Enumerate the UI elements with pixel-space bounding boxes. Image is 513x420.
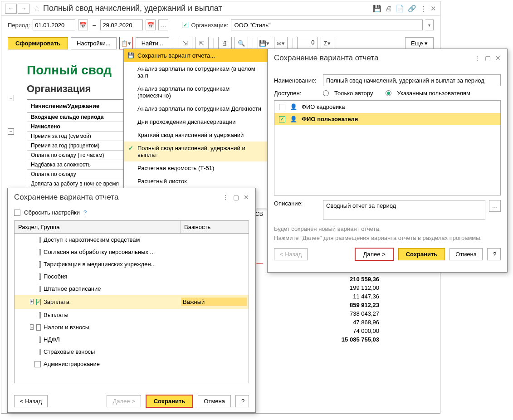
menu-save-variant[interactable]: Сохранить вариант отчета... — [124, 49, 267, 62]
user-checkbox[interactable] — [279, 104, 285, 110]
grid-row[interactable]: Выплаты — [15, 309, 249, 321]
desc-ellipsis-button[interactable]: … — [489, 200, 501, 212]
period-ellipsis-button[interactable]: … — [158, 20, 168, 30]
tree-toggle[interactable]: − — [8, 95, 14, 101]
kebab-icon[interactable]: ⋮ — [222, 194, 229, 201]
value-cell: 199 112,00 — [259, 283, 381, 292]
maximize-icon[interactable]: ▢ — [485, 54, 491, 62]
row-label: Выплаты — [44, 312, 181, 318]
close-icon[interactable]: ✕ — [430, 5, 436, 13]
calendar-from-icon[interactable]: 📅 — [78, 20, 88, 30]
help-button[interactable]: ? — [235, 395, 249, 407]
collapse-icon[interactable]: ⇱ — [195, 37, 209, 49]
zero-field[interactable]: 0 — [297, 37, 318, 49]
save-button[interactable]: Сохранить — [146, 395, 194, 408]
settings-button[interactable]: Настройки... — [71, 37, 117, 49]
org-dropdown-icon[interactable]: ▾ — [425, 20, 434, 30]
close-icon[interactable]: ✕ — [495, 54, 501, 62]
grid-row[interactable]: НДФЛ — [15, 333, 249, 346]
row-checkbox[interactable] — [34, 361, 41, 367]
menu-item[interactable]: Анализ зарплаты по сотрудникам (в целом … — [124, 62, 267, 82]
row-checkbox[interactable]: ✓ — [36, 299, 41, 305]
save-report-icon[interactable]: 💾▾ — [258, 37, 271, 49]
sigma-icon[interactable]: Σ▾ — [321, 37, 334, 49]
grid-row[interactable]: Администрирование — [15, 358, 249, 370]
menu-item[interactable]: Анализ зарплаты по сотрудникам Должности — [124, 102, 267, 115]
print-icon[interactable]: 🖨 — [385, 5, 392, 13]
tree-toggle[interactable]: − — [8, 128, 14, 135]
calendar-to-icon[interactable]: 📅 — [146, 20, 156, 30]
menu-item[interactable]: Анализ зарплаты по сотрудникам (помесячн… — [124, 82, 267, 102]
mail-icon[interactable]: ✉▾ — [274, 37, 288, 49]
user-row[interactable]: 👤ФИО кадровика — [274, 101, 500, 113]
close-icon[interactable]: ✕ — [244, 194, 249, 201]
menu-item[interactable]: Расчетный листок — [124, 175, 267, 188]
grid-row[interactable]: Доступ к наркотическим средствам — [15, 234, 249, 246]
maximize-icon[interactable]: ▢ — [233, 194, 239, 201]
link-icon[interactable]: 🔗 — [408, 5, 416, 13]
org-input[interactable]: ООО "Стиль" — [231, 20, 423, 30]
user-list[interactable]: 👤ФИО кадровика✓👤ФИО пользователя — [274, 100, 501, 195]
row-checkbox[interactable] — [39, 273, 41, 280]
help-icon[interactable]: ? — [83, 209, 87, 216]
form-button[interactable]: Сформировать — [8, 37, 68, 49]
kebab-icon[interactable]: ⋮ — [474, 54, 480, 62]
row-checkbox[interactable] — [39, 249, 41, 255]
find-button[interactable]: Найти... — [136, 37, 169, 49]
back-button[interactable]: < Назад — [274, 248, 308, 260]
grid-row[interactable]: −Налоги и взносы — [15, 321, 249, 333]
next-button[interactable]: Далее > — [107, 395, 141, 407]
user-row[interactable]: ✓👤ФИО пользователя — [274, 113, 500, 125]
expand-icon[interactable]: − — [30, 324, 34, 330]
save-icon[interactable]: 💾 — [373, 5, 381, 13]
grid-body[interactable]: Доступ к наркотическим средствамСогласия… — [14, 234, 249, 383]
desc-input[interactable]: Сводный отчет за период — [323, 200, 485, 220]
back-button[interactable]: ← — [5, 4, 17, 14]
next-button[interactable]: Далее > — [355, 248, 393, 261]
menu-item[interactable]: Расчетная ведомость (Т-51) — [124, 161, 267, 175]
variant-dropdown-button[interactable]: 📋▾ — [119, 37, 133, 49]
grid-row[interactable]: Пособия — [15, 270, 249, 283]
row-checkbox[interactable] — [39, 237, 41, 243]
expand-icon[interactable]: ⇲ — [179, 37, 192, 49]
preview-icon[interactable]: 🔍 — [235, 37, 248, 49]
more-button[interactable]: Еще ▾ — [405, 37, 434, 49]
grid-row[interactable]: Согласия на обработку персональных ... — [15, 246, 249, 258]
name-label: Наименование: — [274, 77, 319, 84]
expand-icon[interactable]: + — [30, 299, 34, 304]
grid-row[interactable]: Страховые взносы — [15, 346, 249, 358]
value-cell: 11 447,36 — [259, 292, 381, 301]
favorite-icon[interactable]: ☆ — [33, 4, 40, 14]
forward-button[interactable]: → — [18, 4, 29, 14]
menu-item[interactable]: Краткий свод начислений и удержаний — [124, 128, 267, 142]
grid-row[interactable]: +✓ЗарплатаВажный — [15, 295, 249, 309]
cancel-button[interactable]: Отмена — [198, 395, 231, 407]
org-checkbox[interactable]: ✓ — [182, 22, 188, 28]
help-button[interactable]: ? — [487, 248, 501, 260]
row-checkbox[interactable] — [39, 337, 41, 343]
save-button[interactable]: Сохранить — [398, 248, 445, 260]
print-icon[interactable]: 🖨 — [218, 37, 232, 49]
grid-row[interactable]: Тарификация в медицинских учрежден... — [15, 258, 249, 270]
row-checkbox[interactable] — [39, 312, 41, 318]
radio-to-users[interactable] — [386, 90, 391, 96]
radio-only-author[interactable] — [323, 90, 329, 96]
row-checkbox[interactable] — [39, 261, 41, 268]
menu-item[interactable]: Полный свод начислений, удержаний и выпл… — [124, 142, 267, 161]
grid-row[interactable]: Штатное расписание — [15, 283, 249, 295]
back-button[interactable]: < Назад — [14, 395, 48, 407]
reset-checkbox[interactable] — [14, 210, 20, 216]
user-checkbox[interactable]: ✓ — [279, 116, 285, 122]
row-checkbox[interactable] — [39, 286, 41, 292]
row-checkbox[interactable] — [39, 349, 41, 355]
date-from-input[interactable]: 01.01.2020 — [33, 20, 75, 30]
export-icon[interactable]: 📄 — [396, 5, 404, 13]
cancel-button[interactable]: Отмена — [449, 248, 483, 260]
separator — [253, 38, 253, 48]
row-label: Администрирование — [44, 361, 181, 367]
date-to-input[interactable]: 29.02.2020 — [100, 20, 143, 30]
kebab-icon[interactable]: ⋮ — [420, 5, 427, 13]
row-checkbox[interactable] — [36, 324, 41, 331]
name-input[interactable]: Полный свод начислений, удержаний и выпл… — [323, 74, 501, 86]
menu-item[interactable]: Дни прохождения диспансеризации — [124, 115, 267, 128]
